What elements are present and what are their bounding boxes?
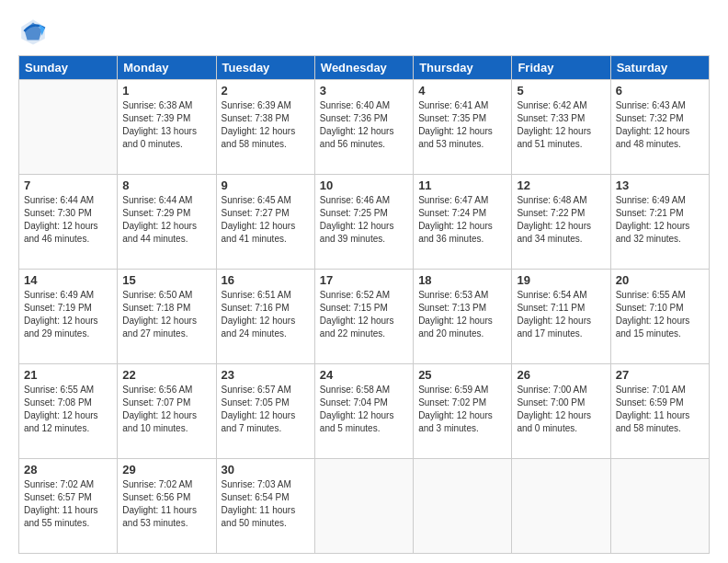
day-info: Sunrise: 7:02 AMSunset: 6:56 PMDaylight:… <box>122 478 210 530</box>
day-number: 6 <box>616 84 704 98</box>
calendar-cell: 2Sunrise: 6:39 AMSunset: 7:38 PMDaylight… <box>216 80 314 175</box>
day-number: 21 <box>24 368 112 382</box>
calendar-header-wednesday: Wednesday <box>314 56 413 80</box>
calendar-cell: 17Sunrise: 6:52 AMSunset: 7:15 PMDayligh… <box>314 270 413 364</box>
day-info: Sunrise: 6:44 AMSunset: 7:30 PMDaylight:… <box>24 194 112 246</box>
calendar-cell: 9Sunrise: 6:45 AMSunset: 7:27 PMDaylight… <box>216 175 314 270</box>
calendar-cell: 21Sunrise: 6:55 AMSunset: 7:08 PMDayligh… <box>19 364 118 459</box>
day-info: Sunrise: 7:00 AMSunset: 7:00 PMDaylight:… <box>517 384 605 435</box>
calendar-cell: 10Sunrise: 6:46 AMSunset: 7:25 PMDayligh… <box>314 175 413 270</box>
day-info: Sunrise: 6:47 AMSunset: 7:24 PMDaylight:… <box>418 194 506 246</box>
day-info: Sunrise: 6:49 AMSunset: 7:19 PMDaylight:… <box>24 289 112 340</box>
day-info: Sunrise: 6:57 AMSunset: 7:05 PMDaylight:… <box>222 384 310 435</box>
day-number: 18 <box>418 273 506 287</box>
calendar-week-row: 1Sunrise: 6:38 AMSunset: 7:39 PMDaylight… <box>19 80 710 175</box>
logo <box>18 17 51 46</box>
day-number: 9 <box>222 178 310 192</box>
calendar-cell: 20Sunrise: 6:55 AMSunset: 7:10 PMDayligh… <box>610 270 709 364</box>
header <box>18 17 710 46</box>
day-number: 29 <box>122 463 210 477</box>
day-info: Sunrise: 7:03 AMSunset: 6:54 PMDaylight:… <box>222 478 310 530</box>
day-info: Sunrise: 6:44 AMSunset: 7:29 PMDaylight:… <box>122 194 210 246</box>
calendar-header-row: SundayMondayTuesdayWednesdayThursdayFrid… <box>19 56 710 80</box>
page: SundayMondayTuesdayWednesdayThursdayFrid… <box>0 0 728 563</box>
calendar-week-row: 28Sunrise: 7:02 AMSunset: 6:57 PMDayligh… <box>19 459 710 554</box>
calendar-cell: 26Sunrise: 7:00 AMSunset: 7:00 PMDayligh… <box>512 364 610 459</box>
calendar-week-row: 14Sunrise: 6:49 AMSunset: 7:19 PMDayligh… <box>19 270 710 364</box>
day-info: Sunrise: 6:53 AMSunset: 7:13 PMDaylight:… <box>418 289 506 340</box>
day-number: 10 <box>320 178 408 192</box>
day-number: 14 <box>24 273 112 287</box>
day-info: Sunrise: 6:52 AMSunset: 7:15 PMDaylight:… <box>320 289 408 340</box>
calendar-cell: 27Sunrise: 7:01 AMSunset: 6:59 PMDayligh… <box>610 364 709 459</box>
logo-icon <box>18 17 48 46</box>
calendar-cell: 18Sunrise: 6:53 AMSunset: 7:13 PMDayligh… <box>414 270 512 364</box>
calendar-cell <box>610 459 709 554</box>
day-number: 30 <box>222 463 310 477</box>
calendar-cell: 23Sunrise: 6:57 AMSunset: 7:05 PMDayligh… <box>216 364 314 459</box>
calendar-cell: 30Sunrise: 7:03 AMSunset: 6:54 PMDayligh… <box>216 459 314 554</box>
day-number: 24 <box>320 368 408 382</box>
day-number: 4 <box>418 84 506 98</box>
day-number: 22 <box>122 368 210 382</box>
calendar-header-sunday: Sunday <box>19 56 118 80</box>
day-info: Sunrise: 6:54 AMSunset: 7:11 PMDaylight:… <box>517 289 605 340</box>
day-info: Sunrise: 6:58 AMSunset: 7:04 PMDaylight:… <box>320 384 408 435</box>
day-info: Sunrise: 6:46 AMSunset: 7:25 PMDaylight:… <box>320 194 408 246</box>
calendar-cell: 12Sunrise: 6:48 AMSunset: 7:22 PMDayligh… <box>512 175 610 270</box>
day-info: Sunrise: 6:42 AMSunset: 7:33 PMDaylight:… <box>517 99 605 151</box>
calendar-cell: 16Sunrise: 6:51 AMSunset: 7:16 PMDayligh… <box>216 270 314 364</box>
calendar-cell: 22Sunrise: 6:56 AMSunset: 7:07 PMDayligh… <box>118 364 216 459</box>
day-number: 8 <box>122 178 210 192</box>
day-number: 12 <box>517 178 605 192</box>
day-number: 7 <box>24 178 112 192</box>
calendar-week-row: 21Sunrise: 6:55 AMSunset: 7:08 PMDayligh… <box>19 364 710 459</box>
day-number: 11 <box>418 178 506 192</box>
day-info: Sunrise: 6:41 AMSunset: 7:35 PMDaylight:… <box>418 99 506 151</box>
day-number: 19 <box>517 273 605 287</box>
day-info: Sunrise: 6:48 AMSunset: 7:22 PMDaylight:… <box>517 194 605 246</box>
day-number: 20 <box>616 273 704 287</box>
day-info: Sunrise: 7:01 AMSunset: 6:59 PMDaylight:… <box>616 384 704 435</box>
calendar-cell: 13Sunrise: 6:49 AMSunset: 7:21 PMDayligh… <box>610 175 709 270</box>
day-info: Sunrise: 6:43 AMSunset: 7:32 PMDaylight:… <box>616 99 704 151</box>
day-info: Sunrise: 6:55 AMSunset: 7:10 PMDaylight:… <box>616 289 704 340</box>
day-number: 26 <box>517 368 605 382</box>
day-info: Sunrise: 6:55 AMSunset: 7:08 PMDaylight:… <box>24 384 112 435</box>
calendar-cell: 11Sunrise: 6:47 AMSunset: 7:24 PMDayligh… <box>414 175 512 270</box>
day-number: 16 <box>222 273 310 287</box>
day-number: 5 <box>517 84 605 98</box>
calendar-cell: 24Sunrise: 6:58 AMSunset: 7:04 PMDayligh… <box>314 364 413 459</box>
calendar-cell <box>512 459 610 554</box>
day-info: Sunrise: 6:59 AMSunset: 7:02 PMDaylight:… <box>418 384 506 435</box>
calendar-cell: 28Sunrise: 7:02 AMSunset: 6:57 PMDayligh… <box>19 459 118 554</box>
day-number: 2 <box>222 84 310 98</box>
calendar-cell: 6Sunrise: 6:43 AMSunset: 7:32 PMDaylight… <box>610 80 709 175</box>
calendar-cell: 29Sunrise: 7:02 AMSunset: 6:56 PMDayligh… <box>118 459 216 554</box>
day-number: 25 <box>418 368 506 382</box>
calendar-cell: 7Sunrise: 6:44 AMSunset: 7:30 PMDaylight… <box>19 175 118 270</box>
day-info: Sunrise: 6:51 AMSunset: 7:16 PMDaylight:… <box>222 289 310 340</box>
calendar-header-monday: Monday <box>118 56 216 80</box>
day-number: 15 <box>122 273 210 287</box>
day-info: Sunrise: 6:45 AMSunset: 7:27 PMDaylight:… <box>222 194 310 246</box>
calendar-header-tuesday: Tuesday <box>216 56 314 80</box>
day-number: 13 <box>616 178 704 192</box>
calendar-header-friday: Friday <box>512 56 610 80</box>
day-info: Sunrise: 7:02 AMSunset: 6:57 PMDaylight:… <box>24 478 112 530</box>
calendar-cell <box>414 459 512 554</box>
day-number: 17 <box>320 273 408 287</box>
calendar-cell: 3Sunrise: 6:40 AMSunset: 7:36 PMDaylight… <box>314 80 413 175</box>
calendar-cell: 14Sunrise: 6:49 AMSunset: 7:19 PMDayligh… <box>19 270 118 364</box>
calendar-cell <box>19 80 118 175</box>
calendar-cell: 15Sunrise: 6:50 AMSunset: 7:18 PMDayligh… <box>118 270 216 364</box>
day-number: 28 <box>24 463 112 477</box>
day-info: Sunrise: 6:56 AMSunset: 7:07 PMDaylight:… <box>122 384 210 435</box>
day-info: Sunrise: 6:40 AMSunset: 7:36 PMDaylight:… <box>320 99 408 151</box>
calendar-header-saturday: Saturday <box>610 56 709 80</box>
calendar-cell: 8Sunrise: 6:44 AMSunset: 7:29 PMDaylight… <box>118 175 216 270</box>
calendar-header-thursday: Thursday <box>414 56 512 80</box>
day-info: Sunrise: 6:39 AMSunset: 7:38 PMDaylight:… <box>222 99 310 151</box>
day-number: 1 <box>122 84 210 98</box>
calendar-cell: 5Sunrise: 6:42 AMSunset: 7:33 PMDaylight… <box>512 80 610 175</box>
